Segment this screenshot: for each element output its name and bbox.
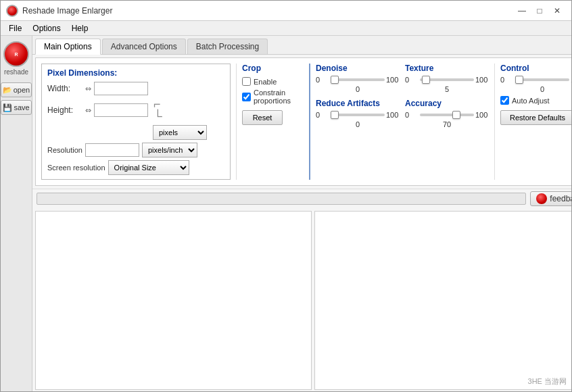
texture-slider[interactable] xyxy=(420,78,474,81)
crop-title: Crop xyxy=(242,64,298,73)
width-link-icon: ⇔ xyxy=(85,84,91,93)
save-label: save xyxy=(14,103,29,112)
texture-min: 0 xyxy=(405,76,419,84)
height-link-icon: ⇔ xyxy=(85,106,91,115)
tab-advanced-options[interactable]: Advanced Options xyxy=(102,39,186,54)
reduce-artifacts-min: 0 xyxy=(316,111,329,119)
content-area: Main Options Advanced Options Batch Proc… xyxy=(32,36,572,392)
texture-slider-row: 0 100 xyxy=(405,76,489,84)
denoise-slider-row: 0 100 xyxy=(316,76,400,84)
height-row: Height: ⇔ ⌐ └ xyxy=(47,98,224,122)
image-panels xyxy=(32,208,572,392)
reduce-artifacts-section: Reduce Artifacts 0 100 0 xyxy=(316,99,400,128)
sliders-area: Denoise 0 100 0 Reduce Artifacts 0 100 xyxy=(309,64,572,180)
watermark: 3HE 当游网 xyxy=(528,376,567,387)
accuracy-current: 70 xyxy=(405,120,489,128)
window-title: Reshade Image Enlarger xyxy=(22,6,513,16)
main-content: R reshade 📂 open 💾 save Main Options Adv… xyxy=(1,36,571,392)
save-icon: 💾 xyxy=(3,103,12,112)
accuracy-title: Accuracy xyxy=(405,99,489,108)
resolution-label: Resolution xyxy=(47,146,82,154)
tabs: Main Options Advanced Options Batch Proc… xyxy=(32,36,572,55)
width-input[interactable] xyxy=(94,82,148,95)
open-icon: 📂 xyxy=(3,86,12,95)
denoise-min: 0 xyxy=(316,76,329,84)
texture-title: Texture xyxy=(405,64,489,73)
logo-area: R reshade xyxy=(3,41,29,76)
control-section: Control 0 100 0 Auto Adjust Restore Defa… xyxy=(494,64,572,180)
enable-row: Enable xyxy=(242,77,298,86)
height-input[interactable] xyxy=(94,103,148,117)
menu-file[interactable]: File xyxy=(3,22,27,34)
tab-main-options[interactable]: Main Options xyxy=(35,39,101,55)
control-title: Control xyxy=(500,64,572,73)
accuracy-slider-row: 0 100 xyxy=(405,111,489,119)
unit-select[interactable]: pixels xyxy=(153,125,207,140)
denoise-slider[interactable] xyxy=(331,78,385,81)
resolution-input[interactable] xyxy=(85,143,139,157)
sidebar: R reshade 📂 open 💾 save xyxy=(1,36,32,392)
denoise-title: Denoise xyxy=(316,64,400,73)
progress-bar-area: feedback xyxy=(32,189,572,208)
result-image-panel xyxy=(314,211,573,390)
maximize-button[interactable]: □ xyxy=(531,4,548,18)
constrain-label: Constrain proportions xyxy=(254,89,298,105)
pixel-dimensions-section: Pixel Dimensions: Width: ⇔ Height: ⇔ ⌐ └ xyxy=(41,64,231,180)
reduce-artifacts-slider-row: 0 100 xyxy=(316,111,400,119)
control-slider-row: 0 100 xyxy=(500,76,572,84)
texture-section: Texture 0 100 5 Accuracy 0 100 xyxy=(405,64,494,180)
open-button[interactable]: 📂 open xyxy=(1,82,32,97)
denoise-current: 0 xyxy=(316,85,400,93)
close-button[interactable]: ✕ xyxy=(548,4,566,18)
screen-resolution-row: Screen resolution Original Size xyxy=(47,160,224,175)
reduce-artifacts-max: 100 xyxy=(386,111,400,119)
constrain-checkbox[interactable] xyxy=(242,93,251,101)
reset-button[interactable]: Reset xyxy=(242,110,283,125)
unit-row: pixels xyxy=(47,125,224,140)
screen-resolution-select[interactable]: Original Size xyxy=(108,160,189,175)
auto-adjust-row: Auto Adjust xyxy=(500,96,572,105)
width-row: Width: ⇔ xyxy=(47,82,224,95)
control-slider[interactable] xyxy=(515,78,569,81)
crop-section: Crop Enable Constrain proportions Reset xyxy=(236,64,304,180)
minimize-button[interactable]: — xyxy=(513,4,531,18)
app-logo xyxy=(6,5,18,17)
app-icon xyxy=(6,5,18,17)
feedback-button[interactable]: feedback xyxy=(530,191,572,206)
reduce-artifacts-current: 0 xyxy=(316,120,400,128)
tab-batch-processing[interactable]: Batch Processing xyxy=(187,39,268,54)
options-panel: Pixel Dimensions: Width: ⇔ Height: ⇔ ⌐ └ xyxy=(35,57,572,186)
control-current: 0 xyxy=(500,85,572,93)
open-label: open xyxy=(14,86,30,94)
accuracy-slider[interactable] xyxy=(420,114,474,116)
save-button[interactable]: 💾 save xyxy=(1,100,32,115)
chain-bottom-icon: └ xyxy=(153,110,162,122)
accuracy-section: Accuracy 0 100 70 xyxy=(405,99,489,128)
resolution-unit-select[interactable]: pixels/inch xyxy=(142,143,197,157)
feedback-label: feedback xyxy=(550,194,572,203)
accuracy-max: 100 xyxy=(475,111,489,119)
progress-track xyxy=(37,193,526,205)
logo-text: reshade xyxy=(4,68,28,76)
denoise-max: 100 xyxy=(386,76,400,84)
resolution-row: Resolution pixels/inch xyxy=(47,143,224,157)
feedback-icon xyxy=(536,193,547,204)
width-label: Width: xyxy=(47,84,82,93)
reduce-artifacts-title: Reduce Artifacts xyxy=(316,99,400,108)
texture-max: 100 xyxy=(475,76,489,84)
texture-current: 5 xyxy=(405,85,489,93)
menu-options[interactable]: Options xyxy=(27,22,66,34)
reduce-artifacts-slider[interactable] xyxy=(331,114,385,116)
enable-label: Enable xyxy=(254,78,277,86)
chain-top-icon: ⌐ xyxy=(153,98,162,110)
menu-help[interactable]: Help xyxy=(66,22,94,34)
enable-checkbox[interactable] xyxy=(242,77,251,86)
denoise-section: Denoise 0 100 0 Reduce Artifacts 0 100 xyxy=(316,64,405,180)
titlebar: Reshade Image Enlarger — □ ✕ xyxy=(1,1,571,21)
pixel-dimensions-title: Pixel Dimensions: xyxy=(47,68,224,78)
auto-adjust-checkbox[interactable] xyxy=(500,96,509,105)
restore-defaults-button[interactable]: Restore Defaults xyxy=(500,110,572,125)
auto-adjust-label: Auto Adjust xyxy=(512,97,550,105)
reshade-logo: R xyxy=(3,41,29,67)
original-image-panel xyxy=(35,211,312,390)
